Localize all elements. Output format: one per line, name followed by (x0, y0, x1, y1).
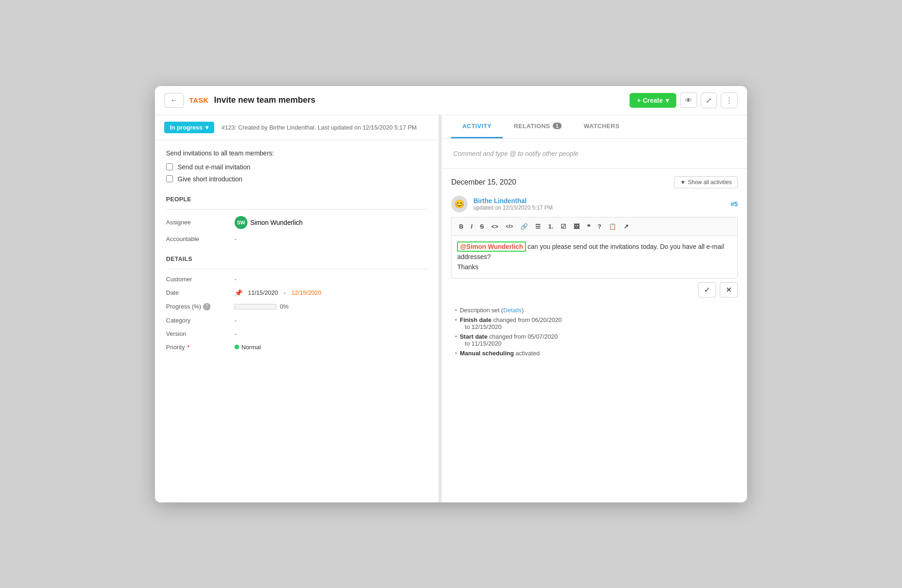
progress-bar-wrap: 0% (235, 303, 289, 310)
back-button[interactable]: ← (164, 93, 184, 108)
date-separator: - (284, 289, 286, 297)
log-text-1: Description set (Details) (460, 307, 524, 314)
relations-badge: 1 (553, 123, 562, 129)
header-actions: + Create ▾ 👁 ⤢ ⋮ (630, 93, 738, 108)
priority-value: Normal (241, 344, 261, 351)
priority-value-wrap: Normal (235, 344, 261, 351)
checklist-checkbox-1[interactable] (166, 163, 173, 170)
priority-required: * (187, 344, 190, 351)
assignee-name: Simon Wunderlich (250, 219, 303, 226)
accountable-row: Accountable - (166, 235, 427, 242)
user-meta: updated on 12/15/2020 5:17 PM (473, 204, 725, 211)
checklist-label-2: Give short introduction (178, 175, 242, 183)
version-row: Version - (166, 330, 427, 337)
show-activities-button[interactable]: ▼ Show all activities (674, 176, 738, 188)
date-row: Date 📌 11/15/2020 - 12/15/2020 (166, 289, 427, 297)
checklist-button[interactable]: ☑ (558, 221, 569, 232)
activity-header: 😊 Birthe Lindenthal updated on 12/15/202… (451, 196, 738, 212)
date-label: Date (166, 289, 231, 296)
version-value: - (235, 330, 236, 337)
tab-watchers[interactable]: WATCHERS (573, 115, 630, 138)
create-dropdown-icon: ▾ (666, 97, 669, 104)
bold-button[interactable]: B (456, 221, 466, 232)
user-info: Birthe Lindenthal updated on 12/15/2020 … (473, 197, 725, 211)
log-text-2: Finish date changed from 06/20/2020 to 1… (460, 316, 562, 330)
tabs: ACTIVITY RELATIONS 1 WATCHERS (442, 115, 747, 139)
message-line2: Thanks (457, 263, 478, 271)
version-label: Version (166, 330, 231, 337)
checklist-item: Send out e-mail invitation (166, 163, 427, 171)
date-start: 11/15/2020 (248, 289, 278, 296)
code-button[interactable]: <> (488, 221, 501, 232)
italic-button[interactable]: I (468, 221, 476, 232)
accountable-label: Accountable (166, 235, 231, 242)
category-value: - (235, 317, 236, 324)
editor: B I S <> </> 🔗 ☰ 1. ☑ 🖼 ❝ ? 📋 (451, 217, 738, 301)
details-link[interactable]: Details (503, 307, 522, 314)
log-text-4: Manual scheduling activated (460, 350, 540, 357)
checklist-title: Send invitations to all team members: (166, 149, 427, 157)
editor-confirm-button[interactable]: ✓ (698, 282, 716, 297)
eye-button[interactable]: 👁 (680, 93, 697, 108)
editor-toolbar: B I S <> </> 🔗 ☰ 1. ☑ 🖼 ❝ ? 📋 (451, 217, 738, 235)
priority-dot-icon (235, 345, 239, 349)
priority-label: Priority * (166, 344, 231, 351)
task-body: Send invitations to all team members: Se… (155, 140, 439, 366)
activity-section: December 15, 2020 ▼ Show all activities … (442, 169, 747, 502)
status-dropdown[interactable]: In progress ▾ (164, 122, 214, 133)
create-button[interactable]: + Create ▾ (630, 93, 676, 108)
task-badge: TASK (189, 96, 209, 104)
progress-pct: 0% (280, 303, 289, 310)
paste-button[interactable]: 📋 (606, 221, 619, 232)
customer-row: Customer - (166, 276, 427, 283)
show-activities-label: Show all activities (688, 179, 732, 186)
create-label: + Create (637, 97, 663, 104)
checklist-label-1: Send out e-mail invitation (178, 163, 250, 171)
expand-button[interactable]: ⤢ (701, 93, 717, 108)
date-header: December 15, 2020 ▼ Show all activities (451, 176, 738, 188)
log-item: Finish date changed from 06/20/2020 to 1… (455, 316, 738, 330)
assignee-value: SW Simon Wunderlich (235, 216, 303, 229)
progress-help-icon[interactable]: ? (203, 303, 210, 310)
strikethrough-button[interactable]: S (477, 221, 487, 232)
page-title: Invite new team members (214, 95, 315, 105)
customer-value: - (235, 276, 236, 283)
category-row: Category - (166, 317, 427, 324)
assignee-label: Assignee (166, 219, 231, 226)
link-button[interactable]: 🔗 (518, 221, 531, 232)
status-info: #123: Created by Birthe Lindenthal. Last… (222, 124, 417, 131)
accountable-value: - (235, 235, 236, 242)
progress-bar (235, 304, 276, 309)
editor-cancel-button[interactable]: ✕ (720, 282, 738, 297)
header: ← TASK Invite new team members + Create … (155, 86, 747, 115)
ordered-list-button[interactable]: 1. (545, 221, 556, 232)
help-toolbar-button[interactable]: ? (595, 221, 604, 232)
tab-relations[interactable]: RELATIONS 1 (503, 115, 573, 138)
priority-row: Priority * Normal (166, 344, 427, 351)
more-button[interactable]: ⋮ (721, 93, 738, 108)
comment-input-area[interactable]: Comment and type @ to notify other peopl… (442, 139, 747, 169)
activity-entry: 😊 Birthe Lindenthal updated on 12/15/202… (451, 196, 738, 357)
log-item: Start date changed from 05/07/2020 to 11… (455, 333, 738, 347)
tab-activity[interactable]: ACTIVITY (451, 115, 502, 138)
customer-label: Customer (166, 276, 231, 283)
image-button[interactable]: 🖼 (571, 221, 582, 232)
filter-icon: ▼ (680, 179, 686, 186)
assignee-row: Assignee SW Simon Wunderlich (166, 216, 427, 229)
progress-label: Progress (%) ? (166, 303, 231, 310)
user-name: Birthe Lindenthal (473, 197, 725, 204)
bullet-list-button[interactable]: ☰ (532, 221, 544, 232)
log-item: Manual scheduling activated (455, 350, 738, 357)
checklist-checkbox-2[interactable] (166, 175, 173, 182)
code-block-button[interactable]: </> (503, 222, 516, 231)
status-chevron-icon: ▾ (205, 124, 209, 131)
export-button[interactable]: ↗ (621, 221, 631, 232)
log-text-3: Start date changed from 05/07/2020 to 11… (460, 333, 558, 347)
right-panel: ACTIVITY RELATIONS 1 WATCHERS Comment an… (442, 115, 747, 502)
date-pin-icon: 📌 (235, 289, 242, 297)
editor-body[interactable]: @Simon Wunderlich can you please send ou… (451, 235, 738, 279)
main-window: ← TASK Invite new team members + Create … (155, 86, 747, 502)
people-section-title: PEOPLE (166, 196, 427, 203)
editor-actions: ✓ ✕ (451, 279, 738, 301)
quote-button[interactable]: ❝ (584, 221, 593, 232)
